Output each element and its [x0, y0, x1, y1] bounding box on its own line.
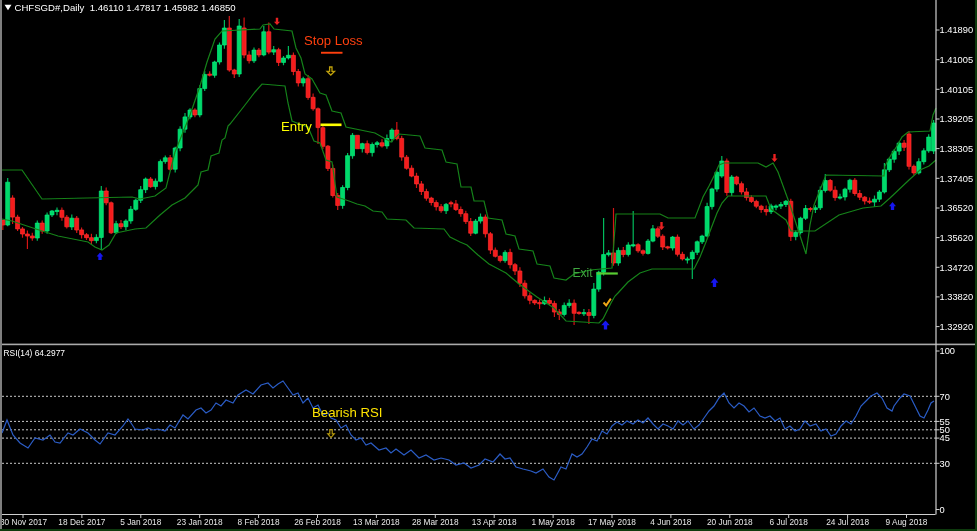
svg-text:1.36520: 1.36520 — [940, 203, 974, 213]
svg-text:9 Aug 2018: 9 Aug 2018 — [886, 517, 928, 527]
svg-text:1.37405: 1.37405 — [940, 174, 974, 184]
svg-text:23 Jan 2018: 23 Jan 2018 — [177, 517, 223, 527]
svg-text:70: 70 — [940, 392, 950, 402]
svg-text:1.39205: 1.39205 — [940, 114, 974, 124]
svg-text:0: 0 — [940, 505, 945, 515]
svg-text:4 Jun 2018: 4 Jun 2018 — [650, 517, 691, 527]
svg-text:RSI(14) 64.2977: RSI(14) 64.2977 — [4, 348, 66, 358]
svg-text:30: 30 — [940, 459, 950, 469]
svg-text:5 Jan 2018: 5 Jan 2018 — [120, 517, 161, 527]
svg-text:1 May 2018: 1 May 2018 — [531, 517, 575, 527]
svg-text:45: 45 — [940, 433, 950, 443]
svg-text:13 Apr 2018: 13 Apr 2018 — [472, 517, 517, 527]
svg-text:30 Nov 2017: 30 Nov 2017 — [0, 517, 47, 527]
svg-text:CHFSGD#,Daily 1.46110 1.47817: CHFSGD#,Daily 1.46110 1.47817 1.45982 1.… — [15, 2, 236, 13]
svg-text:Exit: Exit — [573, 266, 594, 280]
svg-text:1.41005: 1.41005 — [940, 55, 974, 65]
svg-text:13 Mar 2018: 13 Mar 2018 — [353, 517, 400, 527]
svg-text:1.33820: 1.33820 — [940, 292, 974, 302]
svg-text:17 May 2018: 17 May 2018 — [588, 517, 636, 527]
svg-text:26 Feb 2018: 26 Feb 2018 — [294, 517, 341, 527]
svg-text:1.40105: 1.40105 — [940, 85, 974, 95]
svg-text:Bearish RSI: Bearish RSI — [312, 405, 382, 420]
svg-text:1.34720: 1.34720 — [940, 263, 974, 273]
svg-text:20 Jun 2018: 20 Jun 2018 — [707, 517, 753, 527]
svg-text:24 Jul 2018: 24 Jul 2018 — [826, 517, 869, 527]
svg-text:Entry: Entry — [281, 119, 312, 134]
svg-text:1.35620: 1.35620 — [940, 233, 974, 243]
svg-text:18 Dec 2017: 18 Dec 2017 — [58, 517, 105, 527]
svg-text:Stop Loss: Stop Loss — [304, 33, 363, 48]
svg-text:28 Mar 2018: 28 Mar 2018 — [412, 517, 459, 527]
svg-text:8 Feb 2018: 8 Feb 2018 — [238, 517, 280, 527]
svg-text:1.41890: 1.41890 — [940, 25, 974, 35]
svg-text:6 Jul 2018: 6 Jul 2018 — [770, 517, 809, 527]
svg-text:1.38305: 1.38305 — [940, 144, 974, 154]
svg-text:100: 100 — [940, 346, 956, 356]
svg-text:1.32920: 1.32920 — [940, 322, 974, 332]
